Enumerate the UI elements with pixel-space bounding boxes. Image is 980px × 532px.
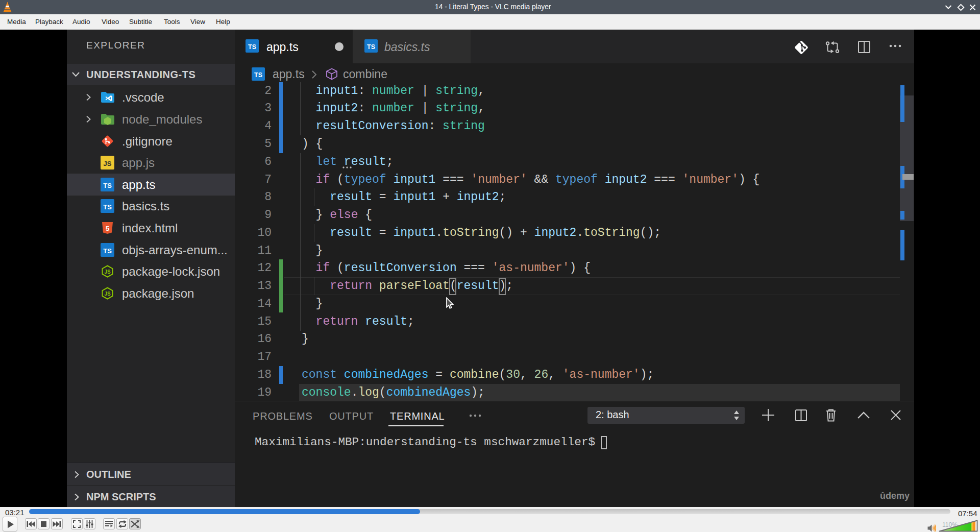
svg-text:TS: TS bbox=[248, 43, 256, 51]
svg-text:JS: JS bbox=[104, 269, 111, 275]
svg-text:TS: TS bbox=[254, 71, 262, 79]
svg-text:TS: TS bbox=[367, 43, 375, 51]
svg-text:TS: TS bbox=[103, 182, 112, 189]
svg-text:5: 5 bbox=[106, 225, 109, 232]
svg-text:JS: JS bbox=[104, 291, 111, 297]
svg-text:TS: TS bbox=[103, 247, 112, 255]
svg-text:JS: JS bbox=[104, 160, 112, 167]
svg-text:TS: TS bbox=[103, 203, 112, 211]
